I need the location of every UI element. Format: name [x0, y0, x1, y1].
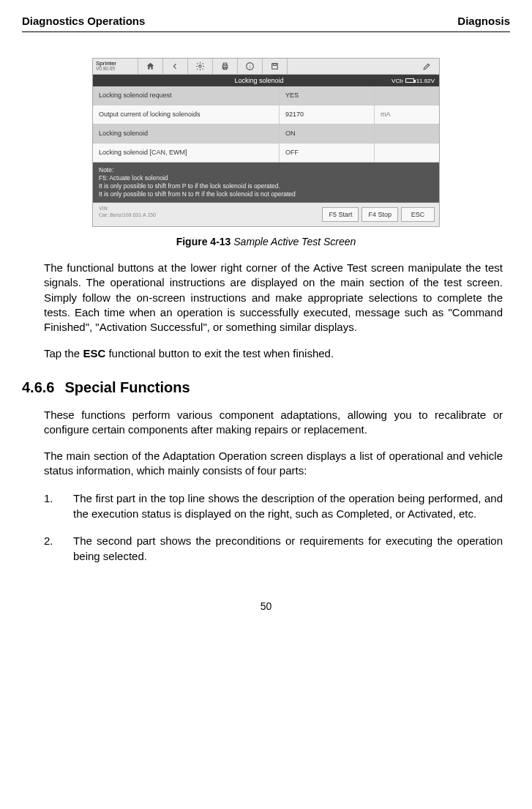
header-right: Diagnosis	[457, 15, 510, 27]
row-value: 92170	[280, 105, 375, 124]
home-icon[interactable]	[138, 59, 163, 74]
settings-icon[interactable]	[188, 59, 213, 74]
svg-point-0	[199, 65, 201, 67]
page-header: Diagnostics Operations Diagnosis	[22, 15, 510, 27]
active-test-screenshot: Sprinter V0.90.05 i Locking solenoid VCb…	[92, 58, 440, 227]
figure-caption: Figure 4-13 Sample Active Test Screen	[22, 236, 510, 247]
row-unit	[375, 143, 439, 162]
app-topbar: Sprinter V0.90.05 i	[93, 59, 439, 75]
row-unit: mA	[375, 105, 439, 124]
screen-title: Locking solenoid	[127, 77, 391, 84]
row-label: Output current of locking solenoids	[93, 105, 280, 124]
table-row: Output current of locking solenoids 9217…	[93, 105, 439, 124]
app-name-block: Sprinter V0.90.05	[93, 59, 138, 74]
battery-status: VCb 11.82V	[391, 78, 435, 84]
row-label: Locking solenoid [CAN, EWM]	[93, 143, 280, 162]
screen-footer: VIN: Car: Benz/169.031 A 150 F5 Start F4…	[93, 203, 439, 226]
row-label: Locking solenoid	[93, 124, 280, 143]
note-panel: Note: F5: Actuate lock solenoid It is on…	[93, 163, 439, 203]
row-label: Locking solenoid request	[93, 86, 280, 105]
row-value: ON	[280, 124, 375, 143]
help-icon[interactable]: i	[238, 59, 263, 74]
row-unit	[375, 124, 439, 143]
row-unit	[375, 86, 439, 105]
vin-block: VIN: Car: Benz/169.031 A 150	[93, 203, 318, 226]
esc-button[interactable]: ESC	[401, 207, 435, 222]
svg-rect-7	[273, 64, 276, 66]
svg-rect-2	[223, 63, 226, 65]
header-left: Diagnostics Operations	[22, 15, 145, 27]
figure-title: Sample Active Test Screen	[231, 236, 356, 247]
screen-titlebar: Locking solenoid VCb 11.82V	[93, 75, 439, 86]
body-paragraph: These functions perform various componen…	[22, 408, 510, 438]
save-icon[interactable]	[263, 59, 288, 74]
section-number: 4.6.6	[22, 379, 54, 396]
body-paragraph: Tap the ESC functional button to exit th…	[22, 346, 510, 361]
header-divider	[22, 31, 510, 32]
f4-stop-button[interactable]: F4 Stop	[361, 207, 398, 222]
page-number: 50	[22, 600, 510, 612]
app-version: V0.90.05	[96, 67, 135, 72]
list-number: 2.	[44, 533, 73, 564]
list-text: The second part shows the preconditions …	[73, 533, 503, 564]
list-item: 2. The second part shows the preconditio…	[22, 533, 510, 564]
table-row: Locking solenoid ON	[93, 124, 439, 143]
row-value: YES	[280, 86, 375, 105]
section-title: Special Functions	[64, 379, 190, 396]
list-number: 1.	[44, 491, 73, 521]
list-text: The first part in the top line shows the…	[73, 491, 503, 521]
list-item: 1. The first part in the top line shows …	[22, 491, 510, 521]
table-row: Locking solenoid [CAN, EWM] OFF	[93, 143, 439, 163]
toolbar: i	[138, 59, 439, 74]
function-buttons: F5 Start F4 Stop ESC	[318, 203, 439, 226]
back-icon[interactable]	[163, 59, 188, 74]
body-paragraph: The main section of the Adaptation Opera…	[22, 449, 510, 479]
row-value: OFF	[280, 143, 375, 162]
section-heading: 4.6.6 Special Functions	[22, 379, 510, 396]
edit-icon[interactable]	[414, 59, 439, 74]
figure-label: Figure 4-13	[176, 236, 231, 247]
print-icon[interactable]	[213, 59, 238, 74]
table-row: Locking solenoid request YES	[93, 86, 439, 105]
body-paragraph: The functional buttons at the lower righ…	[22, 261, 510, 335]
f5-start-button[interactable]: F5 Start	[322, 207, 359, 222]
svg-text:i: i	[250, 64, 250, 69]
battery-icon	[405, 78, 414, 83]
